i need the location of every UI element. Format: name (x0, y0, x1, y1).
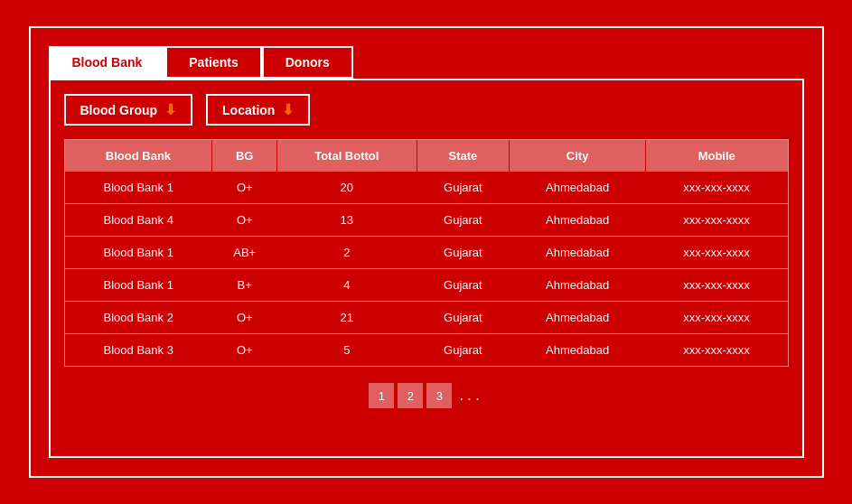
cell-r5-c3: Gujarat (417, 334, 510, 367)
cell-r0-c3: Gujarat (417, 172, 510, 204)
main-container: Blood Bank Patients Donors Blood Group ⬇… (29, 26, 824, 478)
table-row: Blood Bank 2O+21GujaratAhmedabadxxx-xxx-… (65, 302, 788, 334)
data-table: Blood Bank BG Total Bottol State City Mo… (65, 140, 788, 366)
col-bg: BG (212, 140, 277, 172)
cell-r2-c3: Gujarat (417, 237, 510, 269)
cell-r5-c5: xxx-xxx-xxxx (645, 334, 787, 367)
blood-group-filter[interactable]: Blood Group ⬇ (64, 94, 193, 126)
cell-r2-c1: AB+ (212, 237, 277, 269)
cell-r1-c5: xxx-xxx-xxxx (645, 204, 787, 237)
cell-r2-c2: 2 (277, 237, 417, 269)
col-mobile: Mobile (645, 140, 787, 172)
blood-group-label: Blood Group (80, 103, 158, 117)
col-blood-bank: Blood Bank (65, 140, 212, 172)
cell-r4-c4: Ahmedabad (510, 302, 646, 334)
table-row: Blood Bank 4O+13GujaratAhmedabadxxx-xxx-… (65, 204, 788, 237)
cell-r1-c0: Blood Bank 4 (65, 204, 212, 237)
page-1-button[interactable]: 1 (369, 383, 394, 408)
table-row: Blood Bank 1B+4GujaratAhmedabadxxx-xxx-x… (65, 269, 788, 302)
location-arrow-icon: ⬇ (282, 101, 294, 118)
cell-r3-c5: xxx-xxx-xxxx (645, 269, 787, 302)
cell-r4-c5: xxx-xxx-xxxx (645, 302, 787, 334)
cell-r0-c0: Blood Bank 1 (65, 172, 212, 204)
table-row: Blood Bank 1O+20GujaratAhmedabadxxx-xxx-… (65, 172, 788, 204)
cell-r1-c1: O+ (212, 204, 277, 237)
cell-r5-c4: Ahmedabad (510, 334, 646, 367)
header-row: Blood Bank BG Total Bottol State City Mo… (65, 140, 788, 172)
cell-r5-c0: Blood Bank 3 (65, 334, 212, 367)
cell-r1-c2: 13 (277, 204, 417, 237)
cell-r2-c5: xxx-xxx-xxxx (645, 237, 787, 269)
pagination-dots: . . . (455, 387, 482, 404)
cell-r2-c4: Ahmedabad (510, 237, 646, 269)
table-header: Blood Bank BG Total Bottol State City Mo… (65, 140, 788, 172)
tabs-and-content: Blood Bank Patients Donors Blood Group ⬇… (49, 46, 804, 458)
cell-r1-c3: Gujarat (417, 204, 510, 237)
location-label: Location (222, 103, 275, 117)
table-row: Blood Bank 1AB+2GujaratAhmedabadxxx-xxx-… (65, 237, 788, 269)
content-area: Blood Group ⬇ Location ⬇ Blood Bank BG T… (49, 79, 804, 458)
col-total-bottol: Total Bottol (277, 140, 417, 172)
cell-r3-c3: Gujarat (417, 269, 510, 302)
cell-r2-c0: Blood Bank 1 (65, 237, 212, 269)
cell-r3-c2: 4 (277, 269, 417, 302)
cell-r0-c5: xxx-xxx-xxxx (645, 172, 787, 204)
page-2-button[interactable]: 2 (398, 383, 423, 408)
tab-row: Blood Bank Patients Donors (49, 46, 804, 79)
cell-r3-c4: Ahmedabad (510, 269, 646, 302)
table-container: Blood Bank BG Total Bottol State City Mo… (64, 139, 789, 367)
tab-patients[interactable]: Patients (165, 46, 261, 79)
cell-r0-c1: O+ (212, 172, 277, 204)
filters: Blood Group ⬇ Location ⬇ (64, 94, 789, 126)
cell-r5-c1: O+ (212, 334, 277, 367)
blood-group-arrow-icon: ⬇ (164, 101, 176, 118)
col-state: State (417, 140, 510, 172)
cell-r3-c1: B+ (212, 269, 277, 302)
pagination: 1 2 3 . . . (64, 376, 789, 415)
cell-r4-c1: O+ (212, 302, 277, 334)
table-row: Blood Bank 3O+5GujaratAhmedabadxxx-xxx-x… (65, 334, 788, 367)
cell-r1-c4: Ahmedabad (510, 204, 646, 237)
cell-r4-c3: Gujarat (417, 302, 510, 334)
table-body: Blood Bank 1O+20GujaratAhmedabadxxx-xxx-… (65, 172, 788, 366)
cell-r5-c2: 5 (277, 334, 417, 367)
cell-r4-c2: 21 (277, 302, 417, 334)
cell-r4-c0: Blood Bank 2 (65, 302, 212, 334)
tab-blood-bank[interactable]: Blood Bank (49, 46, 166, 79)
cell-r0-c4: Ahmedabad (510, 172, 646, 204)
cell-r3-c0: Blood Bank 1 (65, 269, 212, 302)
cell-r0-c2: 20 (277, 172, 417, 204)
page-3-button[interactable]: 3 (426, 383, 452, 408)
location-filter[interactable]: Location ⬇ (206, 94, 310, 126)
col-city: City (510, 140, 646, 172)
tab-donors[interactable]: Donors (262, 46, 353, 79)
